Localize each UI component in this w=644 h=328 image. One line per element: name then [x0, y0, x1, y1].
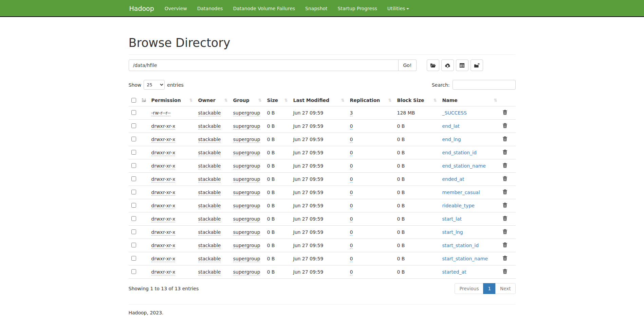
delete-file-icon[interactable]	[503, 229, 507, 234]
delete-file-icon[interactable]	[503, 150, 507, 155]
file-name-link[interactable]: start_lat	[442, 216, 462, 222]
upload-files-button[interactable]	[441, 59, 454, 71]
row-checkbox[interactable]	[131, 216, 136, 221]
owner-value[interactable]: stackable	[198, 110, 221, 116]
owner-value[interactable]: stackable	[198, 256, 221, 262]
select-all-header[interactable]	[129, 94, 149, 106]
group-value[interactable]: supergroup	[233, 163, 260, 169]
table-search-input[interactable]	[453, 80, 516, 90]
permission-value[interactable]: drwxr-xr-x	[151, 150, 176, 156]
permission-value[interactable]: drwxr-xr-x	[151, 176, 176, 183]
replication-value[interactable]: 0	[350, 150, 353, 156]
delete-file-icon[interactable]	[503, 242, 507, 247]
permission-value[interactable]: drwxr-xr-x	[151, 229, 176, 236]
file-name-link[interactable]: end_lng	[442, 137, 461, 142]
permission-value[interactable]: drwxr-xr-x	[151, 137, 176, 143]
select-all-checkbox[interactable]	[131, 98, 136, 103]
permission-value[interactable]: drwxr-xr-x	[151, 203, 176, 209]
row-checkbox[interactable]	[131, 137, 136, 141]
delete-file-icon[interactable]	[503, 189, 507, 194]
file-name-link[interactable]: end_station_id	[442, 150, 477, 155]
file-name-link[interactable]: _SUCCESS	[442, 110, 467, 116]
file-name-link[interactable]: start_station_name	[442, 256, 488, 261]
owner-value[interactable]: stackable	[198, 229, 221, 236]
replication-value[interactable]: 0	[350, 176, 353, 183]
group-value[interactable]: supergroup	[233, 150, 260, 156]
permission-value[interactable]: -rw-r--r--	[151, 110, 171, 116]
file-name-link[interactable]: rideable_type	[442, 203, 475, 208]
replication-value[interactable]: 0	[350, 137, 353, 143]
file-name-link[interactable]: ended_at	[442, 176, 464, 182]
permission-value[interactable]: drwxr-xr-x	[151, 163, 176, 169]
nav-item-startup-progress[interactable]: Startup Progress	[333, 0, 382, 17]
column-header-last-modified[interactable]: Last Modified⇅	[291, 94, 347, 106]
group-value[interactable]: supergroup	[233, 256, 260, 262]
owner-value[interactable]: stackable	[198, 123, 221, 130]
delete-file-icon[interactable]	[503, 123, 507, 128]
group-value[interactable]: supergroup	[233, 229, 260, 236]
group-value[interactable]: supergroup	[233, 216, 260, 222]
group-value[interactable]: supergroup	[233, 123, 260, 130]
owner-value[interactable]: stackable	[198, 163, 221, 169]
replication-value[interactable]: 0	[350, 203, 353, 209]
permission-value[interactable]: drwxr-xr-x	[151, 269, 176, 275]
row-checkbox[interactable]	[131, 229, 136, 234]
group-value[interactable]: supergroup	[233, 190, 260, 196]
replication-value[interactable]: 0	[350, 269, 353, 275]
group-value[interactable]: supergroup	[233, 110, 260, 116]
owner-value[interactable]: stackable	[198, 269, 221, 275]
delete-file-icon[interactable]	[503, 203, 507, 208]
owner-value[interactable]: stackable	[198, 150, 221, 156]
owner-value[interactable]: stackable	[198, 176, 221, 183]
group-value[interactable]: supergroup	[233, 243, 260, 249]
column-header-group[interactable]: Group⇅	[231, 94, 264, 106]
owner-value[interactable]: stackable	[198, 190, 221, 196]
row-checkbox[interactable]	[131, 150, 136, 155]
permission-value[interactable]: drwxr-xr-x	[151, 123, 176, 130]
owner-value[interactable]: stackable	[198, 137, 221, 143]
owner-value[interactable]: stackable	[198, 203, 221, 209]
permission-value[interactable]: drwxr-xr-x	[151, 256, 176, 262]
replication-value[interactable]: 0	[350, 216, 353, 222]
column-header-name[interactable]: Name⇅	[440, 94, 500, 106]
column-header-permission[interactable]: Permission⇅	[149, 94, 196, 106]
file-name-link[interactable]: end_station_name	[442, 163, 486, 169]
pagination-previous-button[interactable]: Previous	[455, 283, 483, 294]
row-checkbox[interactable]	[131, 163, 136, 168]
group-value[interactable]: supergroup	[233, 176, 260, 183]
row-checkbox[interactable]	[131, 203, 136, 208]
delete-file-icon[interactable]	[503, 163, 507, 168]
nav-item-datanode-volume-failures[interactable]: Datanode Volume Failures	[228, 0, 300, 17]
group-value[interactable]: supergroup	[233, 269, 260, 275]
row-checkbox[interactable]	[131, 176, 136, 181]
pagination-page-1-button[interactable]: 1	[483, 283, 496, 294]
column-header-replication[interactable]: Replication⇅	[347, 94, 394, 106]
file-name-link[interactable]: member_casual	[442, 190, 480, 195]
permission-value[interactable]: drwxr-xr-x	[151, 243, 176, 249]
column-header-owner[interactable]: Owner⇅	[196, 94, 231, 106]
row-checkbox[interactable]	[131, 110, 136, 115]
delete-file-icon[interactable]	[503, 176, 507, 181]
group-value[interactable]: supergroup	[233, 137, 260, 143]
nav-item-utilities-dropdown[interactable]: Utilities	[382, 0, 415, 17]
delete-file-icon[interactable]	[503, 256, 507, 261]
replication-value[interactable]: 0	[350, 163, 353, 169]
group-value[interactable]: supergroup	[233, 203, 260, 209]
file-name-link[interactable]: start_station_id	[442, 243, 479, 248]
nav-item-snapshot[interactable]: Snapshot	[300, 0, 332, 17]
file-name-link[interactable]: end_lat	[442, 123, 460, 129]
replication-value[interactable]: 0	[350, 256, 353, 262]
owner-value[interactable]: stackable	[198, 216, 221, 222]
replication-value[interactable]: 3	[350, 110, 353, 116]
replication-value[interactable]: 0	[350, 243, 353, 249]
row-checkbox[interactable]	[131, 123, 136, 128]
row-checkbox[interactable]	[131, 269, 136, 274]
nav-item-datanodes[interactable]: Datanodes	[192, 0, 228, 17]
directory-path-input[interactable]	[129, 59, 399, 71]
set-quota-button[interactable]	[456, 59, 468, 71]
delete-file-icon[interactable]	[503, 136, 507, 141]
file-name-link[interactable]: started_at	[442, 269, 466, 275]
owner-value[interactable]: stackable	[198, 243, 221, 249]
row-checkbox[interactable]	[131, 190, 136, 194]
create-directory-button[interactable]	[427, 59, 439, 71]
